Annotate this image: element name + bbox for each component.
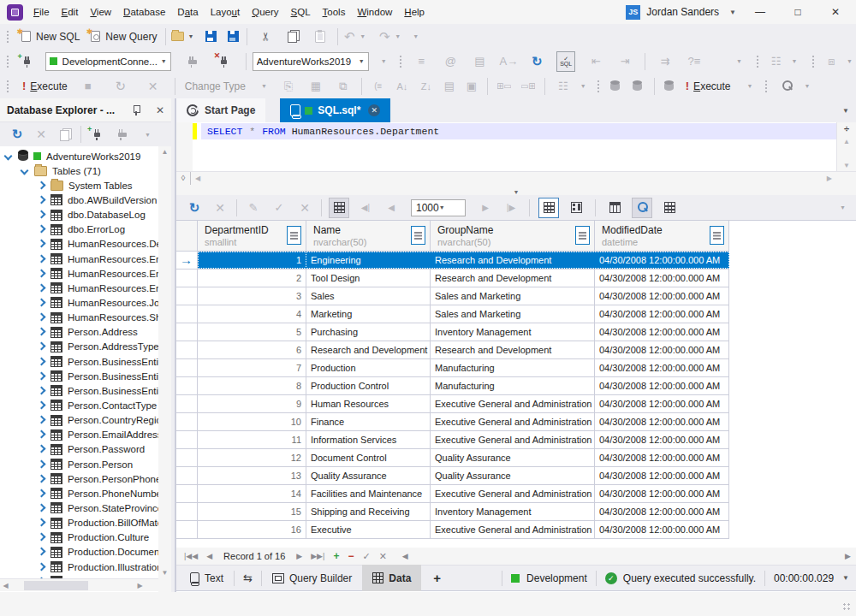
menu-view[interactable]: View bbox=[84, 0, 117, 24]
cell-departmentid[interactable]: 16 bbox=[198, 521, 306, 538]
cell-departmentid[interactable]: 15 bbox=[198, 503, 306, 520]
more-caret-icon[interactable]: ▼ bbox=[409, 33, 422, 39]
grid-hscroll-right-icon[interactable]: ▶ bbox=[845, 552, 856, 560]
indent-lines-icon[interactable]: ⇉ bbox=[658, 55, 672, 68]
menu-window[interactable]: Window bbox=[351, 0, 398, 24]
disconnect-icon[interactable]: ✕ bbox=[217, 55, 231, 68]
record-last-icon[interactable]: ▶▶| bbox=[306, 552, 329, 560]
tree-item[interactable]: Production.Culture bbox=[0, 530, 158, 545]
expand-arrow-icon[interactable] bbox=[38, 446, 45, 453]
menu-layout[interactable]: Layout bbox=[205, 0, 247, 24]
grid-row-7[interactable]: 7ProductionManufacturing04/30/2008 12:00… bbox=[176, 359, 729, 377]
collapse-arrow-icon[interactable] bbox=[21, 168, 28, 175]
database-caret-icon[interactable]: ▼ bbox=[377, 58, 390, 64]
windows-icon[interactable]: ▦ bbox=[309, 80, 323, 93]
expand-arrow-icon[interactable] bbox=[38, 226, 45, 233]
column-header-groupname[interactable]: GroupNamenvarchar(50) bbox=[431, 221, 595, 251]
cell-name[interactable]: Production bbox=[306, 359, 431, 376]
cell-departmentid[interactable]: 12 bbox=[198, 449, 306, 466]
cell-groupname[interactable]: Executive General and Administration bbox=[431, 413, 595, 430]
cell-groupname[interactable]: Executive General and Administration bbox=[431, 431, 595, 448]
undo-caret-icon[interactable]: ▼ bbox=[356, 33, 369, 39]
expand-arrow-icon[interactable] bbox=[38, 256, 45, 263]
snippet-icon[interactable]: ▤ bbox=[473, 55, 486, 68]
format-icon[interactable]: @ bbox=[443, 55, 457, 68]
cell-groupname[interactable]: Executive General and Administration bbox=[431, 485, 595, 502]
layout-icon[interactable]: ⧈ bbox=[824, 55, 838, 68]
explorer-connect-icon[interactable] bbox=[114, 127, 128, 141]
record-post-icon[interactable]: ✓ bbox=[358, 551, 374, 562]
tree-item[interactable]: Person.Person bbox=[0, 457, 158, 471]
grid-toolbar-more-caret-icon[interactable]: ▼ bbox=[836, 204, 849, 210]
paste-icon[interactable] bbox=[313, 30, 327, 44]
grid-row-5[interactable]: 5PurchasingInventory Management04/30/200… bbox=[176, 323, 729, 341]
grid-row-13[interactable]: 13Quality AssuranceQuality Assurance04/3… bbox=[176, 467, 729, 485]
menu-sql[interactable]: SQL bbox=[285, 0, 317, 24]
user-avatar[interactable]: JS bbox=[626, 5, 640, 20]
tree-item[interactable]: HumanResources.Shift bbox=[0, 311, 158, 325]
results-collapse-strip[interactable]: ▼ bbox=[176, 185, 856, 195]
editor-hscrollbar[interactable]: ◊ ◀ ▶ bbox=[176, 171, 856, 185]
explorer-hscrollbar[interactable]: ◀ ▶ bbox=[0, 578, 158, 591]
explorer-close-icon[interactable]: ✕ bbox=[156, 104, 164, 116]
cell-groupname[interactable]: Inventory Management bbox=[431, 503, 595, 520]
save-all-icon[interactable] bbox=[226, 30, 240, 44]
filter-icon[interactable] bbox=[411, 226, 425, 245]
tree-item[interactable]: Person.BusinessEntityContact bbox=[0, 383, 158, 398]
layout-caret-icon[interactable]: ▼ bbox=[843, 58, 856, 64]
grid-row-15[interactable]: 15Shipping and ReceivingInventory Manage… bbox=[176, 503, 729, 521]
expand-arrow-icon[interactable] bbox=[38, 461, 45, 468]
incremental-search-button[interactable] bbox=[632, 198, 652, 218]
cell-groupname[interactable]: Inventory Management bbox=[431, 323, 595, 341]
record-next-icon[interactable]: ▶ bbox=[292, 552, 306, 560]
execute-secondary-button[interactable]: !Execute bbox=[681, 76, 735, 97]
grid-view-button[interactable] bbox=[538, 198, 559, 218]
document-session-caret-icon[interactable]: ▼ bbox=[788, 58, 801, 64]
expand-arrow-icon[interactable] bbox=[38, 519, 45, 526]
cell-modifieddate[interactable]: 04/30/2008 12:00:00.000 AM bbox=[595, 395, 729, 412]
expand-arrow-icon[interactable] bbox=[38, 490, 45, 497]
cell-modifieddate[interactable]: 04/30/2008 12:00:00.000 AM bbox=[595, 305, 729, 323]
cell-name[interactable]: Purchasing bbox=[306, 323, 431, 341]
copy-icon[interactable] bbox=[286, 30, 300, 44]
cut-icon[interactable]: ✂ bbox=[259, 30, 272, 44]
check-script-icon[interactable]: ▤ bbox=[443, 80, 456, 93]
cell-groupname[interactable]: Sales and Marketing bbox=[431, 287, 595, 305]
sort-asc-icon[interactable]: A↓ bbox=[395, 80, 409, 93]
record-first-icon[interactable]: |◀◀ bbox=[180, 552, 202, 560]
toolbar-grip[interactable] bbox=[6, 55, 9, 68]
expand-arrow-icon[interactable] bbox=[38, 197, 45, 204]
expand-arrow-icon[interactable] bbox=[38, 343, 45, 350]
cell-groupname[interactable]: Research and Development bbox=[431, 270, 595, 287]
record-prev-icon[interactable]: ◀ bbox=[202, 552, 217, 560]
expand-arrow-icon[interactable] bbox=[38, 548, 45, 555]
tree-item[interactable]: dbo.ErrorLog bbox=[0, 222, 158, 237]
grid-stop-icon[interactable]: ✕ bbox=[213, 201, 227, 215]
connect-icon[interactable] bbox=[185, 55, 199, 68]
cell-name[interactable]: Tool Design bbox=[306, 270, 431, 287]
comment-icon[interactable]: ≡ bbox=[414, 55, 428, 68]
column-visibility-button[interactable] bbox=[604, 198, 625, 218]
cell-departmentid[interactable]: 1 bbox=[198, 252, 306, 269]
card-view-button[interactable] bbox=[566, 198, 586, 218]
cell-modifieddate[interactable]: 04/30/2008 12:00:00.000 AM bbox=[595, 341, 729, 358]
cell-name[interactable]: Executive bbox=[306, 521, 431, 538]
tree-item[interactable]: HumanResources.Employee bbox=[0, 252, 158, 266]
tab-query-builder[interactable]: Query Builder bbox=[262, 565, 362, 591]
grid-row-2[interactable]: 2Tool DesignResearch and Development04/3… bbox=[176, 270, 729, 287]
explorer-more-caret-icon[interactable]: ▼ bbox=[141, 132, 154, 138]
grid-row-14[interactable]: 14Facilities and MaintenanceExecutive Ge… bbox=[176, 485, 729, 503]
expand-arrow-icon[interactable] bbox=[38, 240, 45, 247]
record-view-icon[interactable]: ⊞▭ bbox=[497, 80, 511, 93]
editor-split-handle[interactable]: ÷ bbox=[839, 123, 854, 135]
tree-item[interactable]: Person.Address bbox=[0, 325, 158, 340]
cell-modifieddate[interactable]: 04/30/2008 12:00:00.000 AM bbox=[595, 431, 729, 448]
grid-row-8[interactable]: 8Production ControlManufacturing04/30/20… bbox=[176, 377, 729, 395]
cell-name[interactable]: Shipping and Receiving bbox=[306, 503, 431, 520]
undo-icon[interactable]: ↶ bbox=[342, 30, 356, 44]
tree-item[interactable]: Person.EmailAddress bbox=[0, 428, 158, 442]
close-button[interactable]: ✕ bbox=[817, 0, 854, 24]
new-connection-icon[interactable]: + bbox=[21, 55, 34, 68]
grid-cancel-icon[interactable]: ✕ bbox=[298, 201, 312, 215]
grid-hscroll-left-icon[interactable]: ◀ bbox=[398, 552, 413, 560]
